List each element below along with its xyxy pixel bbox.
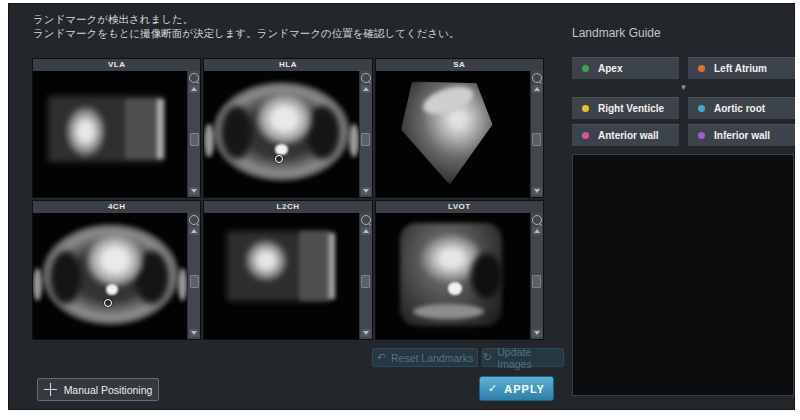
scrollbar-thumb[interactable]	[361, 133, 370, 146]
mri-texture	[328, 233, 336, 299]
checkmark-icon: ✓	[488, 382, 498, 395]
right-venticle-color-dot	[582, 105, 589, 112]
mri-texture	[349, 124, 358, 157]
slice-scrollbar-lvot[interactable]	[530, 213, 543, 339]
viewer-body-hla	[204, 71, 371, 197]
zoom-icon[interactable]	[361, 73, 371, 83]
landmark-dialog: ランドマークが検出されました。 ランドマークをもとに撮像断面が決定します。ランド…	[8, 3, 795, 410]
legend-item-left-atrium[interactable]: Left Atrium	[688, 57, 795, 79]
chevron-up-icon	[534, 87, 540, 91]
mri-texture	[84, 231, 146, 289]
landmark-guide-preview	[572, 154, 794, 396]
mri-texture	[33, 268, 42, 301]
scroll-up-button[interactable]	[532, 85, 542, 93]
scroll-down-button[interactable]	[189, 329, 199, 337]
viewer-body-sa	[376, 71, 543, 197]
viewer-body-l2ch	[204, 213, 371, 339]
scroll-up-button[interactable]	[189, 85, 199, 93]
scroll-up-button[interactable]	[532, 227, 542, 235]
viewer-title-vla: VLA	[33, 59, 200, 71]
detection-message-line2: ランドマークをもとに撮像断面が決定します。ランドマークの位置を確認してください。	[33, 26, 459, 40]
scroll-down-button[interactable]	[361, 329, 371, 337]
mri-texture	[50, 251, 81, 304]
apex-color-dot	[582, 65, 589, 72]
slice-scrollbar-hla[interactable]	[359, 71, 372, 197]
viewer-cell-lvot: LVOT	[375, 200, 544, 340]
mri-image-sa[interactable]	[376, 71, 530, 197]
mri-texture	[106, 284, 118, 295]
viewer-cell-vla: VLA	[32, 58, 201, 198]
left-atrium-color-dot	[698, 65, 705, 72]
viewer-title-l2ch: L2CH	[204, 201, 371, 213]
scroll-up-button[interactable]	[361, 227, 371, 235]
landmark-legend: Apex Left Atrium ▼ Right Venticle Aortic…	[572, 57, 795, 146]
chevron-down-icon	[363, 189, 369, 193]
scrollbar-thumb[interactable]	[190, 133, 199, 146]
scroll-down-button[interactable]	[532, 187, 542, 195]
legend-item-apex[interactable]: Apex	[572, 57, 679, 79]
chevron-up-icon	[191, 229, 197, 233]
zoom-icon[interactable]	[361, 215, 371, 225]
scroll-down-button[interactable]	[361, 187, 371, 195]
zoom-icon[interactable]	[189, 73, 199, 83]
legend-label: Inferior wall	[714, 130, 770, 141]
mri-texture	[64, 104, 107, 159]
mri-texture	[156, 99, 164, 159]
mri-image-l2ch[interactable]	[204, 213, 358, 339]
scroll-up-button[interactable]	[189, 227, 199, 235]
viewer-cell-sa: SA	[375, 58, 544, 198]
zoom-icon[interactable]	[532, 73, 542, 83]
viewer-cell-hla: HLA	[203, 58, 372, 198]
undo-icon: ↶	[377, 352, 386, 363]
scroll-down-button[interactable]	[532, 329, 542, 337]
scrollbar-thumb[interactable]	[532, 133, 541, 146]
detection-message: ランドマークが検出されました。 ランドマークをもとに撮像断面が決定します。ランド…	[33, 12, 459, 40]
slice-scrollbar-vla[interactable]	[187, 71, 200, 197]
viewer-grid: VLA HLA	[32, 58, 544, 340]
update-images-button[interactable]: ↻ Update Images	[482, 348, 564, 367]
scroll-up-button[interactable]	[361, 85, 371, 93]
mri-image-vla[interactable]	[33, 71, 187, 197]
manual-positioning-button[interactable]: Manual Positioning	[37, 378, 159, 401]
viewer-cell-4ch: 4CH	[32, 200, 201, 340]
legend-item-inferior-wall[interactable]: Inferior wall	[688, 124, 795, 146]
chevron-down-icon	[363, 331, 369, 335]
mri-texture	[471, 253, 502, 298]
zoom-icon[interactable]	[532, 215, 542, 225]
chevron-up-icon	[363, 229, 369, 233]
scroll-down-button[interactable]	[189, 187, 199, 195]
apply-button[interactable]: ✓ APPLY	[479, 376, 554, 401]
viewer-body-vla	[33, 71, 200, 197]
aortic-root-color-dot	[698, 105, 705, 112]
legend-label: Anterior wall	[598, 130, 659, 141]
zoom-icon[interactable]	[189, 215, 199, 225]
anterior-wall-color-dot	[582, 132, 589, 139]
chevron-down-icon	[534, 189, 540, 193]
legend-item-right-venticle[interactable]: Right Venticle	[572, 97, 679, 119]
slice-scrollbar-4ch[interactable]	[187, 213, 200, 339]
slice-scrollbar-sa[interactable]	[530, 71, 543, 197]
mri-image-hla[interactable]	[204, 71, 358, 197]
mri-texture	[448, 282, 462, 295]
legend-item-anterior-wall[interactable]: Anterior wall	[572, 124, 679, 146]
legend-item-aortic-root[interactable]: Aortic root	[688, 97, 795, 119]
scrollbar-thumb[interactable]	[361, 275, 370, 288]
mri-image-lvot[interactable]	[376, 213, 530, 339]
mri-texture	[300, 231, 328, 302]
reset-landmarks-label: Reset Landmarks	[391, 352, 473, 364]
scrollbar-thumb[interactable]	[190, 275, 199, 288]
slice-scrollbar-l2ch[interactable]	[359, 213, 372, 339]
viewer-cell-l2ch: L2CH	[203, 200, 372, 340]
inferior-wall-color-dot	[698, 132, 705, 139]
refresh-icon: ↻	[483, 352, 492, 363]
reset-landmarks-button[interactable]: ↶ Reset Landmarks	[372, 348, 478, 367]
scrollbar-thumb[interactable]	[532, 275, 541, 288]
manual-positioning-label: Manual Positioning	[64, 384, 153, 396]
viewer-body-4ch	[33, 213, 200, 339]
mri-image-4ch[interactable]	[33, 213, 187, 339]
crosshair-icon	[44, 383, 57, 396]
landmark-marker[interactable]	[104, 299, 112, 307]
viewer-title-lvot: LVOT	[376, 201, 543, 213]
guide-arrow-icon: ▼	[572, 84, 795, 92]
apply-label: APPLY	[504, 383, 545, 395]
